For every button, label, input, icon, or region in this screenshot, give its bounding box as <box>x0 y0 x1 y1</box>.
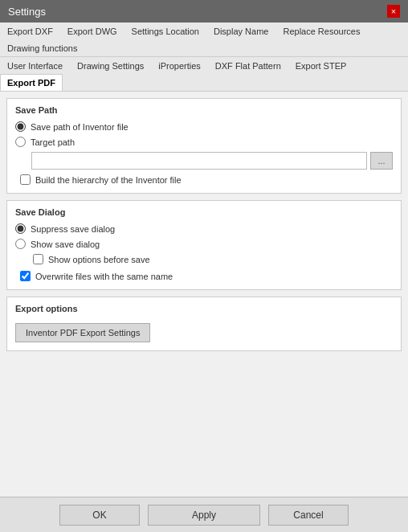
browse-button[interactable]: ... <box>370 152 393 170</box>
save-path-radio-row: Save path of Inventor file <box>15 121 393 132</box>
tabs-row-1: Export DXF Export DWG Settings Location … <box>0 23 408 57</box>
target-path-radio[interactable] <box>15 137 26 147</box>
close-button[interactable]: × <box>387 5 400 18</box>
inventor-pdf-export-button[interactable]: Inventor PDF Export Settings <box>15 323 150 342</box>
tab-export-dxf[interactable]: Export DXF <box>0 23 60 39</box>
show-save-radio[interactable] <box>15 239 26 249</box>
show-save-label: Show save dialog <box>31 239 100 249</box>
show-save-row: Show save dialog <box>15 239 393 249</box>
footer: OK Apply Cancel <box>0 497 408 532</box>
overwrite-files-label: Overwrite files with the same name <box>35 272 173 281</box>
tab-settings-location[interactable]: Settings Location <box>124 23 206 39</box>
save-path-radio[interactable] <box>15 121 26 132</box>
cancel-button[interactable]: Cancel <box>268 505 349 526</box>
tab-user-interface[interactable]: User Interface <box>0 57 70 74</box>
suppress-save-row: Suppress save dialog <box>15 223 393 234</box>
build-hierarchy-label: Build the hierarchy of the Inventor file <box>35 175 182 185</box>
main-content: Save Path Save path of Inventor file Tar… <box>0 92 408 516</box>
show-options-label: Show options before save <box>48 255 150 264</box>
tab-dxf-flat-pattern[interactable]: DXF Flat Pattern <box>208 57 288 74</box>
tab-drawing-functions[interactable]: Drawing functions <box>0 39 84 56</box>
export-options-title: Export options <box>15 304 393 313</box>
suppress-save-label: Suppress save dialog <box>31 224 115 234</box>
apply-button[interactable]: Apply <box>148 505 260 526</box>
tab-display-name[interactable]: Display Name <box>206 23 275 39</box>
title-bar: Settings × <box>0 0 408 23</box>
export-options-section: Export options Inventor PDF Export Setti… <box>6 297 402 351</box>
tab-iproperties[interactable]: iProperties <box>151 57 208 74</box>
suppress-save-radio[interactable] <box>15 223 26 234</box>
build-hierarchy-checkbox[interactable] <box>20 174 31 185</box>
tab-export-pdf[interactable]: Export PDF <box>0 74 63 91</box>
save-path-title: Save Path <box>15 105 393 115</box>
save-path-radio-label: Save path of Inventor file <box>31 122 129 132</box>
target-path-radio-row: Target path <box>15 137 393 147</box>
target-path-input[interactable] <box>31 152 367 170</box>
tab-export-step[interactable]: Export STEP <box>288 57 354 74</box>
tab-replace-resources[interactable]: Replace Resources <box>275 23 367 39</box>
save-path-section: Save Path Save path of Inventor file Tar… <box>6 98 402 194</box>
ok-button[interactable]: OK <box>59 505 140 526</box>
build-hierarchy-row: Build the hierarchy of the Inventor file <box>20 174 393 185</box>
tab-export-dwg[interactable]: Export DWG <box>60 23 124 39</box>
window-title: Settings <box>8 6 46 18</box>
overwrite-files-row: Overwrite files with the same name <box>20 271 393 281</box>
show-options-checkbox[interactable] <box>33 254 43 264</box>
target-path-input-row: ... <box>31 152 393 170</box>
save-dialog-section: Save Dialog Suppress save dialog Show sa… <box>6 200 402 290</box>
show-options-row: Show options before save <box>33 254 393 264</box>
target-path-radio-label: Target path <box>31 137 75 147</box>
save-dialog-title: Save Dialog <box>15 207 393 217</box>
tabs-row-2: User Interface Drawing Settings iPropert… <box>0 57 408 92</box>
tab-drawing-settings[interactable]: Drawing Settings <box>70 57 151 74</box>
overwrite-files-checkbox[interactable] <box>20 271 31 281</box>
